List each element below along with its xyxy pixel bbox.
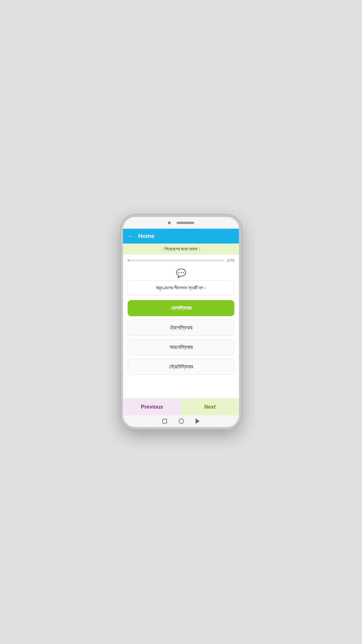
app-header: ← Home [123,229,239,244]
previous-button[interactable]: Previous [123,399,181,415]
question-icon-area: 💬 [123,265,239,280]
progress-label: 1/70 [227,258,234,262]
progress-bar-fill [128,260,129,261]
phone-screen: ← Home : পিরেবেশের জন্য ভাবনা : 1/70 💬 ব… [123,229,239,415]
question-box: বায়ুমণ্ডলের শীতলতম স্তরটি হল - [128,280,234,295]
phone-top-bezel [123,217,239,229]
content-area: বায়ুমণ্ডলের শীতলতম স্তরটি হল - মেসোস্ফি… [123,280,239,398]
phone-bottom-bar [123,415,239,427]
header-title: Home [138,233,154,239]
front-camera [168,221,171,224]
phone-frame: ← Home : পিরেবেশের জন্য ভাবনা : 1/70 💬 ব… [121,215,241,429]
option-d[interactable]: স্ট্রেটোস্ফিয়ার [128,359,234,375]
progress-bar-container [128,260,224,261]
speaker-grill [177,222,194,224]
chat-icon: 💬 [176,268,186,278]
home-square-icon [162,419,167,424]
home-circle-icon [179,419,184,424]
bottom-navigation: Previous Next [123,398,239,415]
subtitle-banner: : পিরেবেশের জন্য ভাবনা : [123,244,239,255]
option-b[interactable]: ট্রেপোস্ফিয়ার [128,320,234,336]
back-button[interactable]: ← [128,233,133,239]
next-button[interactable]: Next [181,399,239,415]
back-triangle-icon [196,419,200,424]
option-c[interactable]: আয়নোস্ফিয়ার [128,339,234,355]
progress-section: 1/70 [123,255,239,265]
option-a[interactable]: মেসোস্ফিয়ার [128,300,234,316]
